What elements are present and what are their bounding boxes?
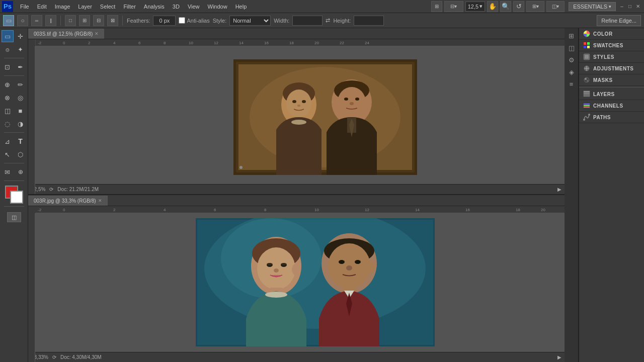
notes-tool[interactable]: ✉ xyxy=(2,166,14,178)
paths-panel-label: PATHS xyxy=(593,115,611,120)
top-status-arrow[interactable]: ▶ xyxy=(557,187,561,192)
bottom-doc-close[interactable]: ✕ xyxy=(98,198,102,203)
zoom-tool[interactable]: ⊕ xyxy=(15,166,27,178)
arrange-windows-btn[interactable]: ⊟▾ xyxy=(444,1,463,12)
blur-group: ◌ ◑ xyxy=(2,118,27,130)
width-input[interactable] xyxy=(292,16,323,26)
svg-text:18: 18 xyxy=(516,208,520,212)
panel-row-layers[interactable]: LAYERS xyxy=(579,88,644,100)
bottom-zoom-icon[interactable]: ⟳ xyxy=(52,354,56,360)
bottom-doc-tab[interactable]: 003R.jpg @ 33,3% (RGB/8) ✕ xyxy=(28,196,108,206)
blur-tool[interactable]: ◌ xyxy=(2,118,14,130)
height-label: Height: xyxy=(333,18,351,24)
bottom-status-arrow[interactable]: ▶ xyxy=(557,354,561,360)
top-doc-tab[interactable]: 003S.tif @ 12,5% (RGB/8) ✕ xyxy=(28,29,104,39)
add-selection-btn[interactable]: ⊞ xyxy=(79,15,90,26)
subtract-selection-btn[interactable]: ⊟ xyxy=(93,15,104,26)
mini-icon-2[interactable]: ◫ xyxy=(566,42,577,53)
crop-tool[interactable]: ⊡ xyxy=(2,61,14,73)
view-options-btn[interactable]: ◫▾ xyxy=(546,1,565,12)
menu-layer[interactable]: Layer xyxy=(74,3,96,11)
menu-help[interactable]: Help xyxy=(231,3,251,11)
mini-icon-3[interactable]: ⚙ xyxy=(566,54,577,65)
clone-tool[interactable]: ⊗ xyxy=(2,92,14,104)
sepia-photo xyxy=(233,59,417,175)
feathers-input[interactable] xyxy=(153,16,176,26)
top-doc-tabs: 003S.tif @ 12,5% (RGB/8) ✕ xyxy=(28,28,565,39)
svg-text:18: 18 xyxy=(289,41,294,45)
brush-tool[interactable]: ✏ xyxy=(15,78,27,90)
mini-icon-5[interactable]: ≡ xyxy=(566,78,577,89)
dodge-tool[interactable]: ◑ xyxy=(15,118,27,130)
heal-tool[interactable]: ⊕ xyxy=(2,78,14,90)
zoom-tool-btn[interactable]: 🔍 xyxy=(500,1,511,12)
tool-sep-5 xyxy=(4,180,24,181)
shape-tool[interactable]: ⬡ xyxy=(15,148,27,160)
col-marquee-icon-btn[interactable]: ‖ xyxy=(45,15,56,26)
menu-select[interactable]: Select xyxy=(96,3,120,11)
rotate-tool-btn[interactable]: ↺ xyxy=(513,1,524,12)
history-brush-tool[interactable]: ◎ xyxy=(15,92,27,104)
antialias-check[interactable]: Anti-alias xyxy=(179,17,209,24)
menu-view[interactable]: View xyxy=(184,3,204,11)
top-canvas-viewport[interactable] xyxy=(35,46,565,184)
minimize-btn[interactable]: – xyxy=(618,3,626,11)
antialias-checkbox[interactable] xyxy=(179,17,185,24)
swap-wh-btn[interactable]: ⇄ xyxy=(326,17,330,24)
refine-edge-btn[interactable]: Refine Edge... xyxy=(597,15,641,26)
eyedropper-tool[interactable]: ✒ xyxy=(15,61,27,73)
intersect-selection-btn[interactable]: ⊠ xyxy=(107,15,118,26)
move-tool[interactable]: ✛ xyxy=(15,30,27,42)
menu-3d[interactable]: 3D xyxy=(169,3,184,11)
menu-image[interactable]: Image xyxy=(51,3,74,11)
view-extras-btn[interactable]: ⊞▾ xyxy=(526,1,544,12)
lasso-tool[interactable]: ⌾ xyxy=(2,43,14,55)
maximize-btn[interactable]: □ xyxy=(626,3,634,11)
bottom-canvas-viewport[interactable] xyxy=(35,213,565,352)
panel-row-adjustments[interactable]: ADJUSTMENTS xyxy=(579,63,644,74)
menu-file[interactable]: File xyxy=(16,3,33,11)
top-doc-close[interactable]: ✕ xyxy=(95,31,99,36)
menu-window[interactable]: Window xyxy=(204,3,231,11)
screen-mode-btn[interactable]: ⊞ xyxy=(431,1,442,12)
pen-tool[interactable]: ⊿ xyxy=(2,135,14,147)
main-area: ▭ ✛ ⌾ ✦ ⊡ ✒ ⊕ ✏ ⊗ ◎ ◫ ■ ◌ ◑ ⊿ xyxy=(0,28,644,362)
mini-icon-1[interactable]: ⊞ xyxy=(566,30,577,41)
background-color[interactable] xyxy=(10,191,23,204)
height-input[interactable] xyxy=(354,16,384,26)
menu-edit[interactable]: Edit xyxy=(33,3,51,11)
panel-row-paths[interactable]: PATHS xyxy=(579,112,644,123)
channels-panel-label: CHANNELS xyxy=(593,103,623,109)
panel-row-color[interactable]: COLOR xyxy=(579,28,644,40)
color-swatches[interactable] xyxy=(5,186,23,204)
gradient-tool[interactable]: ■ xyxy=(15,105,27,117)
rect-marquee-icon-btn[interactable]: ▭ xyxy=(3,15,14,26)
menu-analysis[interactable]: Analysis xyxy=(140,3,169,11)
essentials-btn[interactable]: ESSENTIALS ▾ xyxy=(569,2,616,11)
panel-row-channels[interactable]: CHANNELS xyxy=(579,100,644,112)
svg-text:-2: -2 xyxy=(38,208,42,212)
panel-row-masks[interactable]: MASKS xyxy=(579,74,644,86)
bottom-ruler-corner xyxy=(28,206,35,213)
tool-sep-3 xyxy=(4,132,24,133)
toolbar: ▭ ✛ ⌾ ✦ ⊡ ✒ ⊕ ✏ ⊗ ◎ ◫ ■ ◌ ◑ ⊿ xyxy=(0,28,28,362)
top-status-bar: 12,5% ⟳ Doc: 21.2M/21.2M ▶ xyxy=(28,184,565,194)
standard-mode-btn[interactable]: ◫ xyxy=(7,212,21,222)
path-select-tool[interactable]: ↖ xyxy=(2,148,14,160)
panel-row-swatches[interactable]: SWATCHES xyxy=(579,40,644,51)
top-zoom-icon[interactable]: ⟳ xyxy=(49,187,53,192)
svg-text:0: 0 xyxy=(63,41,65,45)
style-select[interactable]: Normal Fixed Ratio Fixed Size xyxy=(229,16,271,26)
text-tool[interactable]: T xyxy=(15,135,27,147)
hand-tool-btn[interactable]: ✋ xyxy=(487,1,498,12)
magic-wand-tool[interactable]: ✦ xyxy=(15,43,27,55)
ellipse-marquee-icon-btn[interactable]: ○ xyxy=(17,15,28,26)
panel-row-styles[interactable]: STYLES xyxy=(579,51,644,63)
new-selection-btn[interactable]: □ xyxy=(65,15,76,26)
mini-icon-4[interactable]: ◈ xyxy=(566,66,577,77)
row-marquee-icon-btn[interactable]: ═ xyxy=(31,15,42,26)
eraser-tool[interactable]: ◫ xyxy=(2,105,14,117)
rect-marquee-tool[interactable]: ▭ xyxy=(2,30,14,42)
close-btn[interactable]: ✕ xyxy=(634,3,642,11)
menu-filter[interactable]: Filter xyxy=(119,3,139,11)
